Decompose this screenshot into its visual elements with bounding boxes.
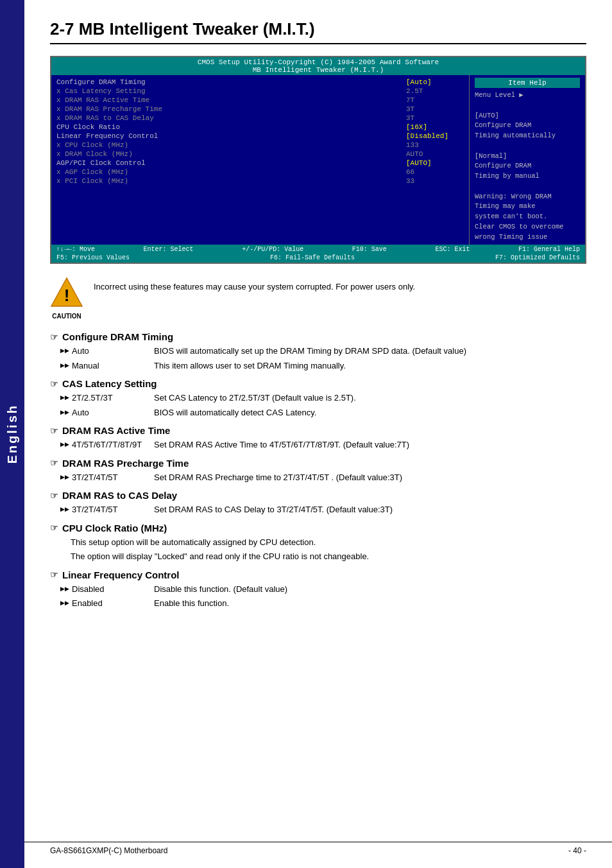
help-line: [AUTO]: [475, 111, 580, 121]
bios-row-value: 133: [406, 141, 464, 149]
section-arrow-icon: ☞: [50, 379, 58, 389]
section-title-text: DRAM RAS Precharge Time: [62, 458, 189, 469]
bios-row-value: 3T: [406, 105, 464, 113]
sub-item: ▶▶ManualThis item allows user to set DRA…: [60, 360, 586, 372]
section-cpu-clock-ratio: ☞CPU Clock Ratio (MHz)This setup option …: [50, 523, 586, 563]
sub-label: ▶▶3T/2T/4T/5T: [60, 471, 144, 484]
section-arrow-icon: ☞: [50, 490, 58, 501]
page-footer: GA-8S661GXMP(-C) Motherboard - 40 -: [24, 842, 612, 855]
sub-item: ▶▶AutoBIOS will automatically set up the…: [60, 345, 586, 358]
help-line: [475, 141, 580, 152]
bios-row[interactable]: CPU Clock Ratio[16X]: [56, 123, 464, 132]
bios-row[interactable]: DRAM Clock (MHz)AUTO: [56, 150, 464, 159]
section-title-text: DRAM RAS to CAS Delay: [62, 490, 177, 501]
bios-row-value: 3T: [406, 114, 464, 122]
bios-row-label: CPU Clock Ratio: [56, 123, 120, 131]
footer-item: ↑↓→←: Move: [56, 246, 95, 253]
bullet-icon: ▶▶: [60, 394, 69, 403]
help-line: Timing may make: [475, 202, 580, 212]
bios-row-label: Cas Latency Setting: [56, 87, 146, 95]
section-desc: The option will display "Locked" and rea…: [60, 550, 586, 563]
bios-row-label: Linear Frequency Control: [56, 132, 158, 140]
sub-desc: BIOS will automatically set up the DRAM …: [154, 345, 466, 358]
section-body: ▶▶2T/2.5T/3TSet CAS Latency to 2T/2.5T/3…: [50, 392, 586, 419]
bios-row[interactable]: Linear Frequency Control[Disabled]: [56, 132, 464, 141]
footer-item: F6: Fail-Safe Defaults: [270, 254, 355, 261]
bios-row[interactable]: Configure DRAM Timing[Auto]: [56, 78, 464, 87]
help-line: [Normal]: [475, 152, 580, 162]
sub-label-text: Auto: [72, 406, 89, 419]
bios-body: Configure DRAM Timing[Auto]Cas Latency S…: [51, 75, 585, 245]
section-arrow-icon: ☞: [50, 523, 58, 533]
footer-right: - 40 -: [568, 846, 586, 855]
bullet-icon: ▶▶: [60, 408, 69, 417]
section-title-text: CAS Latency Setting: [62, 378, 157, 389]
help-line: Warning: Wrong DRAM: [475, 192, 580, 202]
bios-row-label: PCI Clock (MHz): [56, 177, 128, 185]
sub-label-text: 3T/2T/4T/5T: [72, 471, 118, 484]
bios-row-value: 7T: [406, 96, 464, 104]
help-line: [475, 101, 580, 111]
sub-desc: This item allows user to set DRAM Timing…: [154, 360, 346, 372]
sub-desc: Set DRAM RAS Active Time to 4T/5T/6T/7T/…: [154, 438, 409, 451]
bios-header-line1: CMOS Setup Utility-Copyright (C) 1984-20…: [51, 58, 585, 66]
bios-row[interactable]: CPU Clock (MHz)133: [56, 141, 464, 150]
sub-item: ▶▶4T/5T/6T/7T/8T/9TSet DRAM RAS Active T…: [60, 438, 586, 451]
sub-desc: Set DRAM RAS to CAS Delay to 3T/2T/4T/5T…: [154, 503, 393, 516]
bios-row[interactable]: AGP Clock (MHz)66: [56, 168, 464, 177]
section-title-text: Linear Frequency Control: [62, 569, 180, 580]
sub-label: ▶▶Manual: [60, 360, 144, 372]
sub-label: ▶▶4T/5T/6T/7T/8T/9T: [60, 438, 144, 451]
bios-row[interactable]: DRAM RAS Active Time7T: [56, 96, 464, 105]
bios-header-line2: MB Intelligent Tweaker (M.I.T.): [51, 66, 585, 74]
bios-footer: ↑↓→←: MoveEnter: Select+/-/PU/PD: ValueF…: [51, 245, 585, 263]
footer-item: +/-/PU/PD: Value: [242, 246, 303, 253]
bios-row-value: [Disabled]: [406, 132, 464, 140]
help-line: Timing automatically: [475, 131, 580, 141]
footer-item: F10: Save: [352, 246, 387, 253]
sub-label: ▶▶Enabled: [60, 597, 144, 610]
bios-row[interactable]: AGP/PCI Clock Control[AUTO]: [56, 159, 464, 168]
caution-triangle-icon: !: [50, 275, 83, 309]
section-configure-dram-timing: ☞Configure DRAM Timing▶▶AutoBIOS will au…: [50, 331, 586, 372]
help-line: Clear CMOS to overcome: [475, 222, 580, 232]
help-line: wrong Timing issue: [475, 232, 580, 243]
bios-row-label: CPU Clock (MHz): [56, 141, 128, 149]
help-line: system can't boot.: [475, 212, 580, 222]
footer-item: F5: Previous Values: [56, 254, 130, 261]
section-desc: This setup option will be automatically …: [60, 536, 586, 549]
footer-item: ESC: Exit: [435, 246, 470, 253]
bios-row[interactable]: PCI Clock (MHz)33: [56, 177, 464, 186]
bios-header: CMOS Setup Utility-Copyright (C) 1984-20…: [51, 57, 585, 75]
bios-row-value: 66: [406, 168, 464, 176]
sub-desc: Set CAS Latency to 2T/2.5T/3T (Default v…: [154, 392, 356, 404]
bios-row-label: DRAM RAS Active Time: [56, 96, 149, 104]
sub-item: ▶▶2T/2.5T/3TSet CAS Latency to 2T/2.5T/3…: [60, 392, 586, 404]
section-dram-ras-active: ☞DRAM RAS Active Time▶▶4T/5T/6T/7T/8T/9T…: [50, 425, 586, 451]
bios-help-content: Menu Level ▶ [AUTO]Configure DRAMTiming …: [475, 91, 580, 242]
page-title: 2-7 MB Intelligent Tweaker (M.I.T.): [50, 19, 586, 44]
caution-label: CAUTION: [50, 313, 83, 320]
sub-label-text: Manual: [72, 360, 99, 372]
bullet-icon: ▶▶: [60, 440, 69, 449]
bios-row[interactable]: DRAM RAS to CAS Delay3T: [56, 114, 464, 123]
bios-row[interactable]: Cas Latency Setting2.5T: [56, 87, 464, 96]
bios-row-value: [AUTO]: [406, 159, 464, 167]
section-title-text: Configure DRAM Timing: [62, 331, 173, 342]
bullet-icon: ▶▶: [60, 473, 69, 482]
bios-row[interactable]: DRAM RAS Precharge Time3T: [56, 105, 464, 114]
sub-label-text: 4T/5T/6T/7T/8T/9T: [72, 438, 142, 451]
bios-row-value: [16X]: [406, 123, 464, 131]
help-line: Configure DRAM: [475, 161, 580, 171]
bios-menu-left: Configure DRAM Timing[Auto]Cas Latency S…: [51, 75, 470, 245]
sub-label-text: Auto: [72, 345, 89, 358]
caution-box: ! CAUTION Incorrect using these features…: [50, 275, 586, 320]
help-line: Timing by manual: [475, 171, 580, 182]
bios-row-label: AGP/PCI Clock Control: [56, 159, 146, 167]
sub-desc: Enable this function.: [154, 597, 229, 610]
bios-row-value: 2.5T: [406, 87, 464, 95]
sub-item: ▶▶3T/2T/4T/5TSet DRAM RAS to CAS Delay t…: [60, 503, 586, 516]
footer-item: Enter: Select: [144, 246, 194, 253]
sub-label-text: Disabled: [72, 583, 105, 596]
bios-row-label: Configure DRAM Timing: [56, 78, 146, 86]
